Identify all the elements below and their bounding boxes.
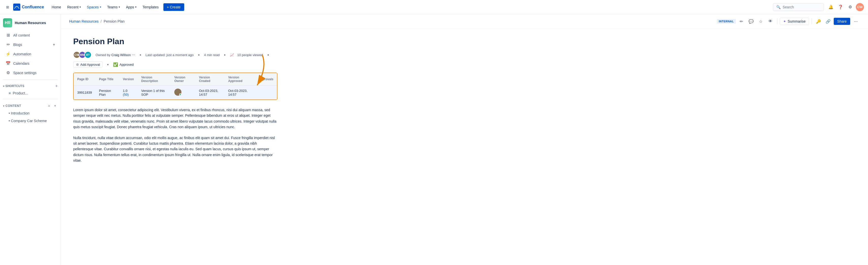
blogs-label: Blogs <box>13 43 22 47</box>
content-toggle: ▾ <box>3 105 5 107</box>
topnav: ⊞ Confluence Home Recent ▾ Spaces ▾ Team… <box>0 0 868 14</box>
help-icon[interactable]: ❓ <box>836 3 845 11</box>
sidebar-item-calendars[interactable]: 📅 Calendars <box>2 59 59 68</box>
add-approval-label: Add Approval <box>80 63 100 67</box>
page-title: Pension Plan <box>73 37 277 46</box>
col-approvals: Approvals <box>255 73 277 86</box>
approved-label: Approved <box>119 63 134 67</box>
nav-spaces[interactable]: Spaces ▾ <box>84 4 104 11</box>
author-name: Craig Willson <box>111 53 131 57</box>
meta-dot-2 <box>198 54 199 56</box>
spaces-chevron: ▾ <box>100 6 101 8</box>
space-settings-label: Space settings <box>13 71 37 75</box>
summarise-sparkle-icon: ✦ <box>783 19 786 23</box>
search-bar[interactable]: 🔍 Search <box>773 3 824 11</box>
table-row: 39911839 Pension Plan 1.0 (50) Version 1… <box>74 86 277 100</box>
last-updated: Last updated: just a moment ago <box>146 53 194 57</box>
sidebar-item-blogs[interactable]: ✏ Blogs + <box>2 40 59 49</box>
col-version-approved: Version Approved <box>225 73 255 86</box>
more-options-button[interactable]: ··· <box>852 17 860 25</box>
search-placeholder: Search <box>783 5 794 9</box>
breadcrumb-page: Pension Plan <box>104 19 125 23</box>
nav-templates[interactable]: Templates <box>140 4 161 11</box>
edit-icon[interactable]: ✏ <box>737 17 746 25</box>
nav-home[interactable]: Home <box>49 4 64 11</box>
breadcrumb: Human Resources / Pension Plan <box>69 19 125 23</box>
cell-approvals <box>255 86 277 100</box>
add-approval-button[interactable]: ⊕ Add Approval <box>73 61 103 68</box>
summarise-button[interactable]: ✦ Summarise <box>780 18 809 25</box>
breadcrumb-space[interactable]: Human Resources <box>69 19 99 23</box>
cell-version-approved: Oct-03-2023, 14:57 <box>225 86 255 100</box>
nav-teams[interactable]: Teams ▾ <box>105 4 122 11</box>
cell-version: 1.0 (50) <box>119 86 137 100</box>
link-icon[interactable]: 🔗 <box>824 17 832 25</box>
author-row: CW MM RT Owned by Craig Willson ··· Last… <box>73 51 277 68</box>
owner-more-icon[interactable]: ··· <box>132 53 135 57</box>
content-label[interactable]: ▾ CONTENT <box>3 104 21 108</box>
cell-version-owner <box>171 86 195 100</box>
col-version-desc: Version Description <box>138 73 171 86</box>
grid-icon: ⊞ <box>6 33 11 38</box>
settings-icon[interactable]: ⚙ <box>846 3 854 11</box>
col-page-title: Page Title <box>96 73 119 86</box>
chart-icon: 📈 <box>230 53 234 57</box>
teams-chevron: ▾ <box>119 6 120 8</box>
calendar-icon: 📅 <box>6 61 11 66</box>
grid-icon[interactable]: ⊞ <box>4 4 11 11</box>
internal-badge: INTERNAL <box>717 19 736 24</box>
version-owner-avatar-wrapper <box>174 89 181 96</box>
version-link[interactable]: (50) <box>123 93 129 96</box>
sidebar-item-company-car[interactable]: • Company Car Scheme <box>2 117 59 124</box>
all-content-label: All content <box>13 33 30 37</box>
calendars-label: Calendars <box>13 61 29 65</box>
topnav-icons: 🔔 ❓ ⚙ CW <box>827 3 864 11</box>
nav-recent[interactable]: Recent ▾ <box>65 4 83 11</box>
user-avatar[interactable]: CW <box>856 3 864 11</box>
nav-apps[interactable]: Apps ▾ <box>123 4 139 11</box>
sidebar-item-introduction[interactable]: • Introduction <box>2 110 59 117</box>
author-avatars: CW MM RT <box>73 51 91 58</box>
sidebar-item-automation[interactable]: ⚡ Automation <box>2 49 59 58</box>
sidebar-item-space-settings[interactable]: ⚙ Space settings <box>2 68 59 77</box>
svg-rect-0 <box>13 4 20 11</box>
automation-icon: ⚡ <box>6 52 11 56</box>
notifications-icon[interactable]: 🔔 <box>827 3 835 11</box>
page-body: Pension Plan CW MM RT Owned by Craig Wil… <box>61 29 290 181</box>
filter-content-icon[interactable]: ≡ <box>46 103 52 108</box>
viewers: 10 people viewed <box>237 53 263 57</box>
col-version-owner: Version Owner <box>171 73 195 86</box>
confluence-logo[interactable]: Confluence <box>13 4 44 11</box>
add-blog-icon[interactable]: + <box>53 42 55 47</box>
create-button[interactable]: + Create <box>163 3 184 11</box>
company-car-label: • Company Car Scheme <box>9 119 47 123</box>
summarise-label: Summarise <box>788 19 806 23</box>
sidebar: HR Human Resources ⊞ All content ✏ Blogs… <box>0 14 61 265</box>
watch-icon[interactable]: 👁 <box>766 17 774 25</box>
space-header[interactable]: HR Human Resources <box>0 14 61 30</box>
shortcuts-toggle: ▾ <box>3 85 4 88</box>
page-header: Human Resources / Pension Plan INTERNAL … <box>61 14 868 29</box>
add-shortcut-icon[interactable]: + <box>55 84 58 88</box>
product-label: Product... <box>13 91 28 95</box>
cell-page-title: Pension Plan <box>96 86 119 100</box>
version-table-wrapper: Page ID Page Title Version Version Descr… <box>73 73 277 100</box>
content-wrapper: Page ID Page Title Version Version Descr… <box>73 73 277 100</box>
sidebar-item-product[interactable]: ≡ Product... <box>2 90 59 97</box>
space-name: Human Resources <box>15 21 46 25</box>
add-content-icon[interactable]: + <box>53 103 58 108</box>
sidebar-item-all-content[interactable]: ⊞ All content <box>2 31 59 40</box>
shortcuts-header[interactable]: ▾ SHORTCUTS + <box>0 82 61 89</box>
meta-dot-3 <box>224 54 225 56</box>
key-icon[interactable]: 🔑 <box>814 17 823 25</box>
meta-dot-4 <box>268 54 269 56</box>
meta-dot-5 <box>107 64 108 65</box>
share-button[interactable]: Share <box>834 18 850 25</box>
settings-icon: ⚙ <box>6 70 11 75</box>
comment-icon[interactable]: 💬 <box>747 17 755 25</box>
product-icon: ≡ <box>9 91 11 95</box>
shortcuts-label: ▾ SHORTCUTS <box>3 84 24 88</box>
logo-text: Confluence <box>22 5 44 9</box>
star-icon[interactable]: ☆ <box>757 17 765 25</box>
space-icon: HR <box>3 18 12 27</box>
